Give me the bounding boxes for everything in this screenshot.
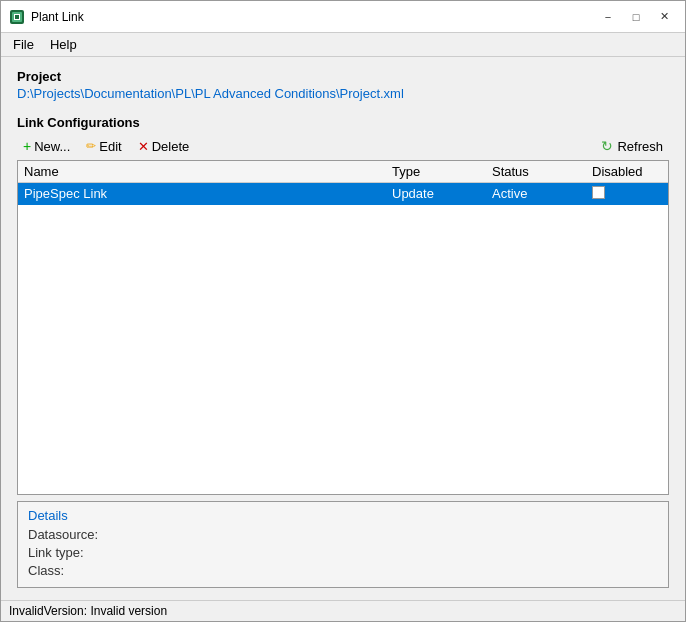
new-button[interactable]: + New...	[17, 136, 76, 156]
status-text: InvalidVersion: Invalid version	[9, 604, 167, 618]
menu-file[interactable]: File	[5, 35, 42, 54]
svg-rect-3	[15, 15, 19, 19]
col-disabled: Disabled	[592, 164, 662, 179]
link-configurations-label: Link Configurations	[17, 115, 669, 130]
delete-label: Delete	[152, 139, 190, 154]
col-status: Status	[492, 164, 592, 179]
window-controls: − □ ✕	[595, 7, 677, 27]
details-title[interactable]: Details	[28, 508, 658, 523]
edit-icon: ✏	[86, 139, 96, 153]
new-icon: +	[23, 138, 31, 154]
project-path[interactable]: D:\Projects\Documentation\PL\PL Advanced…	[17, 86, 669, 101]
minimize-button[interactable]: −	[595, 7, 621, 27]
maximize-button[interactable]: □	[623, 7, 649, 27]
row-disabled[interactable]	[592, 186, 662, 202]
new-label: New...	[34, 139, 70, 154]
toolbar-left: + New... ✏ Edit ✕ Delete	[17, 136, 595, 156]
table-body: PipeSpec Link Update Active	[18, 183, 668, 494]
delete-icon: ✕	[138, 139, 149, 154]
row-type: Update	[392, 186, 492, 202]
app-icon	[9, 9, 25, 25]
refresh-button[interactable]: ↻ Refresh	[595, 136, 669, 156]
col-name: Name	[24, 164, 392, 179]
edit-label: Edit	[99, 139, 121, 154]
toolbar: + New... ✏ Edit ✕ Delete ↻ Refresh	[17, 136, 669, 156]
delete-button[interactable]: ✕ Delete	[132, 137, 196, 156]
class-label: Class:	[28, 563, 64, 578]
table-row[interactable]: PipeSpec Link Update Active	[18, 183, 668, 205]
close-button[interactable]: ✕	[651, 7, 677, 27]
project-label: Project	[17, 69, 669, 84]
status-bar: InvalidVersion: Invalid version	[1, 600, 685, 621]
row-status: Active	[492, 186, 592, 202]
edit-button[interactable]: ✏ Edit	[80, 137, 127, 156]
menu-help[interactable]: Help	[42, 35, 85, 54]
col-type: Type	[392, 164, 492, 179]
refresh-icon: ↻	[601, 138, 613, 154]
table-header: Name Type Status Disabled	[18, 161, 668, 183]
detail-link-type: Link type:	[28, 545, 658, 560]
main-content: Project D:\Projects\Documentation\PL\PL …	[1, 57, 685, 600]
detail-class: Class:	[28, 563, 658, 578]
refresh-label: Refresh	[617, 139, 663, 154]
link-configurations-table: Name Type Status Disabled PipeSpec Link …	[17, 160, 669, 495]
details-panel: Details Datasource: Link type: Class:	[17, 501, 669, 588]
link-type-label: Link type:	[28, 545, 84, 560]
menu-bar: File Help	[1, 33, 685, 57]
main-window: Plant Link − □ ✕ File Help Project D:\Pr…	[0, 0, 686, 622]
detail-datasource: Datasource:	[28, 527, 658, 542]
title-bar: Plant Link − □ ✕	[1, 1, 685, 33]
datasource-label: Datasource:	[28, 527, 98, 542]
row-name: PipeSpec Link	[24, 186, 392, 202]
toolbar-right: ↻ Refresh	[595, 136, 669, 156]
disabled-checkbox[interactable]	[592, 186, 605, 199]
window-title: Plant Link	[31, 10, 595, 24]
